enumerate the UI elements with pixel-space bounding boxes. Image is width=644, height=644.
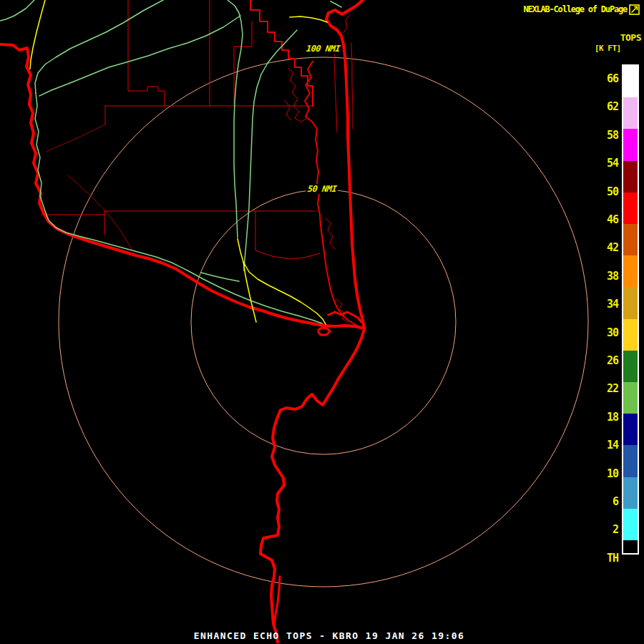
- highway-yellow-south-stub: [243, 262, 256, 322]
- landcut-line-east: [351, 43, 353, 129]
- scale-units-label: [K FT]: [595, 44, 621, 53]
- page-title: NEXLAB-College of DuPage: [523, 4, 627, 14]
- scale-tick-50: 50: [607, 186, 618, 197]
- scale-title: TOPS: [620, 32, 641, 43]
- scale-tick-38: 38: [607, 270, 618, 282]
- highway-green-3: [39, 16, 240, 96]
- scale-segment-12: [623, 445, 638, 477]
- scale-tick-10: 10: [607, 468, 618, 479]
- scale-segment-3: [623, 161, 638, 192]
- county-line-5: [47, 125, 105, 152]
- scale-tick-62: 62: [607, 101, 618, 112]
- marsh-squiggle-3: [326, 218, 335, 249]
- scale-segment-1: [623, 97, 638, 129]
- scale-tick-22: 22: [607, 383, 618, 394]
- highway-green-vertical-a: [228, 0, 243, 238]
- scale-tick-66: 66: [607, 73, 618, 84]
- scale-segment-8: [623, 319, 638, 351]
- range-ring-label-100nmi: 100 NMI: [304, 44, 342, 54]
- highway-green-2: [35, 0, 163, 93]
- range-ring-50nmi: [191, 190, 456, 454]
- highway-yellow-north: [30, 0, 45, 69]
- landcut-line-west: [334, 43, 337, 132]
- scale-tick-6: 6: [613, 496, 618, 507]
- county-line-1: [128, 0, 165, 106]
- range-ring-label-50nmi: 50 NMI: [306, 184, 338, 194]
- header: NEXLAB-College of DuPage: [523, 4, 640, 15]
- highway-green-river-road: [35, 93, 322, 323]
- scale-segment-14: [623, 509, 638, 540]
- range-ring-100nmi: [59, 57, 588, 587]
- scale-segment-9: [623, 351, 638, 382]
- highway-green-vertical-b: [244, 30, 297, 270]
- scale-segment-5: [623, 224, 638, 255]
- scale-tick-18: 18: [607, 411, 618, 423]
- highway-yellow-baffin: [290, 16, 327, 22]
- marsh-squiggle-2: [285, 100, 291, 120]
- scale-tick-26: 26: [607, 355, 618, 366]
- county-line-9: [255, 211, 320, 259]
- scale-segment-4: [623, 192, 638, 224]
- scale-tick-42: 42: [607, 242, 618, 253]
- scale-tick-34: 34: [607, 298, 618, 310]
- coast-hairpin-inlet: [274, 577, 280, 624]
- scale-segment-11: [623, 414, 638, 445]
- status-bar-text: ENHANCED ECHO TOPS - KBRO 19 JAN 26 19:0…: [14, 630, 644, 641]
- scale-tick-54: 54: [607, 157, 618, 169]
- upper-lagoon-staircase: [250, 0, 313, 106]
- scale-tick-46: 46: [607, 214, 618, 225]
- scale-tick-2: 2: [613, 524, 618, 535]
- scale-segment-2: [623, 129, 638, 160]
- port-area-2: [318, 328, 330, 335]
- highway-green-top-right: [331, 1, 341, 7]
- scale-segment-0: [623, 66, 638, 97]
- box-diagonal-arrow-icon: [629, 4, 640, 15]
- scale-segment-13: [623, 477, 638, 509]
- radar-display: NEXLAB-College of DuPage TOPS [K FT] 666…: [0, 0, 644, 644]
- scale-tick-14: 14: [607, 439, 618, 451]
- coastline-south: [260, 329, 364, 642]
- baffin-bay-detail: [343, 14, 350, 33]
- highway-green-1: [0, 0, 34, 21]
- scale-tick-TH: TH: [607, 552, 618, 564]
- scale-tick-58: 58: [607, 130, 618, 141]
- scale-segment-10: [623, 382, 638, 414]
- scale-segment-6: [623, 255, 638, 287]
- county-line-6: [68, 175, 132, 250]
- radar-map: [0, 0, 644, 644]
- scale-segment-7: [623, 287, 638, 318]
- scale-tick-30: 30: [607, 327, 618, 338]
- scale-segment-bottom: [623, 540, 638, 553]
- highway-green-south-segment: [201, 273, 239, 281]
- color-scale-bar: [622, 64, 639, 555]
